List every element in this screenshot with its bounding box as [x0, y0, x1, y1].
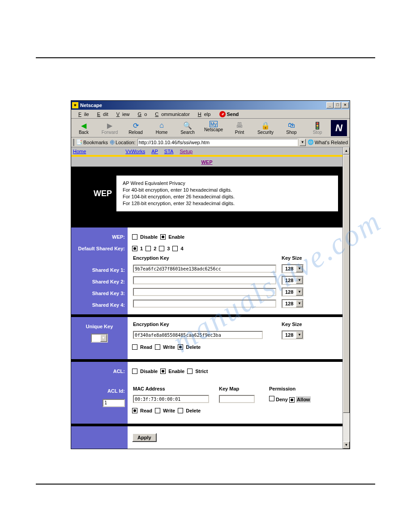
- nav-setup[interactable]: Setup: [180, 149, 193, 154]
- acl-write-label: Write: [163, 408, 175, 413]
- uk-read-radio[interactable]: [132, 344, 137, 350]
- mac-input[interactable]: [133, 395, 209, 403]
- forward-button[interactable]: ▶Forward: [100, 121, 120, 135]
- page-title: WEP: [94, 189, 112, 198]
- scroll-track[interactable]: [343, 154, 350, 442]
- scroll-thumb[interactable]: [343, 154, 350, 413]
- dsk-1-radio[interactable]: [132, 246, 137, 251]
- keymap-header: Key Map: [219, 386, 268, 393]
- chevron-down-icon: ▼: [296, 288, 303, 296]
- dsk-4-radio[interactable]: [172, 246, 178, 251]
- print-icon: 🖶: [235, 121, 244, 130]
- uk-delete-radio[interactable]: [178, 344, 183, 350]
- menu-file[interactable]: File: [73, 112, 92, 117]
- wep-disable-radio[interactable]: [132, 234, 137, 240]
- maximize-button[interactable]: □: [334, 102, 341, 108]
- menu-view[interactable]: View: [111, 112, 133, 117]
- dsk-3-radio[interactable]: [159, 246, 164, 251]
- stop-button[interactable]: 🚦Stop: [308, 121, 327, 135]
- key-size-1-select[interactable]: 128▼: [282, 264, 304, 273]
- acl-read-radio[interactable]: [132, 408, 137, 413]
- uk-key-size-select[interactable]: 128▼: [282, 330, 304, 339]
- chevron-down-icon: ▼: [296, 331, 303, 339]
- uk-delete-label: Delete: [186, 344, 201, 350]
- key-size-2-select[interactable]: 128▼: [282, 276, 304, 285]
- bookmarks-button[interactable]: 📑 Bookmarks: [76, 139, 108, 145]
- acl-id-input[interactable]: [103, 399, 125, 407]
- location-label: 🞋 Location:: [110, 140, 136, 145]
- allow-radio[interactable]: [289, 397, 295, 403]
- unique-key-input[interactable]: [133, 331, 263, 339]
- dsk-2-label: 2: [154, 246, 156, 251]
- unique-key-num-select[interactable]: 6▼: [91, 334, 107, 343]
- chevron-down-icon: ▼: [100, 335, 107, 342]
- shared-key-3-input[interactable]: [133, 288, 276, 296]
- scroll-up-button[interactable]: ▲: [343, 147, 350, 154]
- acl-disable-radio[interactable]: [132, 369, 137, 374]
- nav-home[interactable]: Home: [73, 149, 86, 154]
- acl-enable-label: Enable: [168, 369, 184, 374]
- shared-key-2-input[interactable]: [133, 276, 276, 284]
- wep-tab[interactable]: WEP: [201, 159, 212, 165]
- browser-window: ✶ Netscape _ □ × File Edit View Go Commu…: [71, 100, 350, 449]
- acl-delete-radio[interactable]: [178, 408, 183, 413]
- dsk-2-radio[interactable]: [146, 246, 151, 251]
- security-button[interactable]: 🔒Security: [256, 121, 275, 135]
- wep-section: WEP: Default Shared Key: Shared Key 1: S…: [71, 225, 342, 314]
- menu-communicator[interactable]: Communicator: [150, 112, 193, 117]
- grip-icon[interactable]: [73, 139, 74, 146]
- back-button[interactable]: ◀Back: [74, 121, 94, 135]
- url-dropdown[interactable]: ▼: [300, 139, 306, 146]
- key-size-4-select[interactable]: 128▼: [282, 299, 304, 308]
- close-button[interactable]: ×: [342, 102, 349, 108]
- apply-button[interactable]: Apply: [132, 433, 157, 442]
- shared-key-4-input[interactable]: [133, 300, 276, 308]
- wep-label: WEP:: [74, 231, 125, 243]
- page-content: Home VxWorks AP STA Setup WEP WEP AP Wir…: [71, 147, 350, 449]
- home-button[interactable]: ⌂Home: [152, 121, 171, 135]
- scroll-down-button[interactable]: ▼: [343, 442, 350, 449]
- menu-help[interactable]: Help: [193, 112, 214, 117]
- toolbar: ◀Back ▶Forward ⟳Reload ⌂Home 🔍Search MyN…: [71, 119, 350, 137]
- chevron-down-icon: ▼: [296, 265, 303, 272]
- nav-vxworks[interactable]: VxWorks: [125, 149, 145, 154]
- uk-read-label: Read: [140, 344, 152, 350]
- acl-strict-radio[interactable]: [187, 369, 193, 374]
- key-size-3-select[interactable]: 128▼: [282, 287, 304, 296]
- acl-disable-label: Disable: [140, 369, 158, 374]
- nav-ap[interactable]: AP: [151, 149, 158, 154]
- search-button[interactable]: 🔍Search: [178, 121, 197, 135]
- page-divider-top: [36, 57, 375, 58]
- nav-sta[interactable]: STA: [164, 149, 174, 154]
- dsk-label: Default Shared Key:: [74, 243, 125, 254]
- send-button[interactable]: ℯSend: [217, 111, 241, 117]
- minimize-button[interactable]: _: [326, 102, 334, 108]
- reload-button[interactable]: ⟳Reload: [126, 121, 146, 135]
- sk1-label: Shared Key 1:: [74, 264, 125, 276]
- info-box: AP Wired Equivalent Privacy For 40-bit e…: [116, 176, 338, 211]
- keymap-input[interactable]: [219, 395, 255, 403]
- url-input[interactable]: [137, 139, 298, 146]
- acl-enable-radio[interactable]: [160, 369, 166, 374]
- uk-write-radio[interactable]: [155, 344, 160, 350]
- sk4-label: Shared Key 4:: [74, 299, 125, 311]
- deny-radio[interactable]: [269, 396, 274, 401]
- menu-edit[interactable]: Edit: [92, 112, 111, 117]
- wep-enable-radio[interactable]: [160, 234, 166, 240]
- print-button[interactable]: 🖶Print: [230, 121, 249, 135]
- whats-related-button[interactable]: 🌐 What's Related: [308, 139, 348, 145]
- menubar: File Edit View Go Communicator Help ℯSen…: [71, 110, 350, 119]
- shared-key-1-input[interactable]: [133, 265, 276, 273]
- netscape-button[interactable]: MyNetscape: [204, 121, 223, 135]
- acl-section: ACL: ACL Id: Disable Enable Strict MAC A…: [71, 359, 342, 424]
- perm-header: Permission: [269, 386, 337, 393]
- page-divider-bottom: [36, 484, 375, 485]
- info-line-3: For 104-bit encryption, enter 26 hexadec…: [123, 193, 332, 200]
- menu-go[interactable]: Go: [133, 112, 150, 117]
- lock-icon: 🔒: [261, 121, 270, 130]
- shop-button[interactable]: 🛍Shop: [282, 121, 301, 135]
- acl-write-radio[interactable]: [155, 408, 160, 413]
- vertical-scrollbar[interactable]: ▲ ▼: [342, 147, 350, 449]
- chevron-down-icon: ▼: [296, 277, 303, 284]
- acl-delete-label: Delete: [186, 408, 201, 413]
